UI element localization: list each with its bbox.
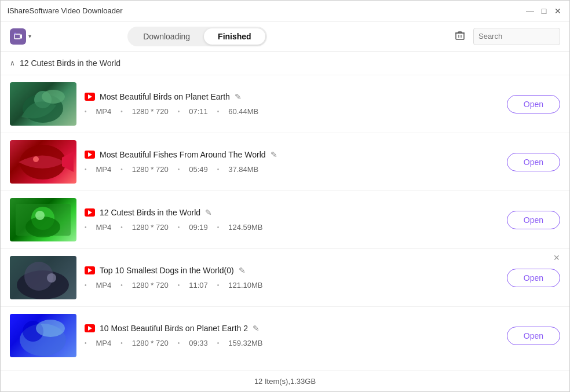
svg-rect-2 — [456, 33, 464, 39]
search-input[interactable] — [473, 28, 560, 45]
video-thumbnail — [10, 82, 76, 126]
footer: 12 Item(s),1.33GB — [1, 371, 569, 391]
video-size: 37.84MB — [228, 165, 258, 174]
video-duration: 09:19 — [189, 223, 208, 232]
bullet-4: • — [217, 282, 220, 288]
youtube-icon — [85, 208, 95, 217]
bullet-2: • — [120, 224, 123, 230]
bullet-3: • — [178, 340, 180, 346]
video-item: Most Beautiful Birds on Planet Earth ✎ •… — [1, 75, 569, 133]
open-button[interactable]: Open — [507, 95, 560, 113]
bullet-1: • — [85, 224, 87, 230]
bullet-2: • — [120, 282, 123, 288]
video-duration: 05:49 — [189, 165, 208, 174]
edit-icon[interactable]: ✎ — [205, 208, 212, 217]
video-title-row: Most Beautiful Fishes From Around The Wo… — [85, 150, 499, 159]
edit-icon[interactable]: ✎ — [239, 266, 246, 275]
video-thumbnail — [10, 314, 76, 357]
tab-finished[interactable]: Finished — [204, 28, 265, 45]
video-resolution: 1280 * 720 — [132, 107, 169, 116]
video-title: Most Beautiful Birds on Planet Earth — [100, 92, 230, 101]
close-item-button[interactable]: ✕ — [553, 254, 560, 262]
video-info: 10 Most Beautiful Birds on Planet Earth … — [85, 324, 499, 347]
collapse-icon[interactable]: ∧ — [10, 59, 15, 67]
open-button[interactable]: Open — [507, 327, 560, 345]
bullet-4: • — [217, 166, 220, 173]
bullet-3: • — [178, 108, 180, 115]
tab-downloading[interactable]: Downloading — [129, 28, 204, 45]
edit-icon[interactable]: ✎ — [253, 324, 260, 333]
svg-point-8 — [42, 90, 65, 104]
open-button[interactable]: Open — [507, 153, 560, 171]
group-header: ∧ 12 Cutest Birds in the World — [1, 52, 569, 75]
youtube-icon — [85, 93, 95, 101]
video-title-row: 10 Most Beautiful Birds on Planet Earth … — [85, 324, 499, 333]
video-thumbnail — [10, 256, 76, 299]
footer-summary: 12 Item(s),1.33GB — [254, 377, 316, 386]
bullet-2: • — [120, 108, 123, 115]
app-title: iShareSoftware Video Downloader — [8, 6, 123, 15]
video-title-row: Most Beautiful Birds on Planet Earth ✎ — [85, 92, 499, 101]
video-size: 60.44MB — [228, 107, 258, 116]
youtube-icon — [85, 324, 95, 332]
video-item: Most Beautiful Fishes From Around The Wo… — [1, 133, 569, 190]
bullet-4: • — [217, 108, 220, 115]
video-duration: 07:11 — [189, 107, 208, 116]
close-button[interactable]: ✕ — [553, 6, 562, 16]
bullet-1: • — [85, 282, 87, 288]
tab-group: Downloading Finished — [127, 27, 267, 46]
edit-icon[interactable]: ✎ — [271, 150, 277, 159]
bullet-1: • — [85, 340, 87, 346]
video-format: MP4 — [96, 339, 112, 347]
svg-rect-0 — [14, 34, 20, 39]
video-size: 159.32MB — [228, 339, 262, 347]
bullet-3: • — [178, 224, 180, 230]
video-resolution: 1280 * 720 — [132, 281, 169, 290]
app-logo-icon — [10, 28, 26, 45]
video-format: MP4 — [96, 107, 112, 116]
video-item: 10 Most Beautiful Birds on Planet Earth … — [1, 306, 569, 364]
svg-point-18 — [47, 273, 56, 283]
maximize-button[interactable]: □ — [539, 6, 549, 16]
video-info: Most Beautiful Fishes From Around The Wo… — [85, 150, 499, 174]
video-size: 124.59MB — [228, 223, 262, 232]
bullet-4: • — [217, 340, 220, 346]
bullet-1: • — [85, 166, 87, 173]
delete-button[interactable] — [452, 28, 467, 45]
video-meta: • MP4 • 1280 * 720 • 11:07 • 121.10MB — [85, 281, 499, 290]
video-title: 12 Cutest Birds in the World — [100, 208, 200, 217]
svg-point-1 — [14, 32, 16, 34]
youtube-icon — [85, 266, 95, 274]
logo-chevron-icon: ▾ — [28, 33, 31, 39]
video-item: Top 10 Smallest Dogs in the World(0) ✎ •… — [1, 248, 569, 306]
content-area: ∧ 12 Cutest Birds in the World Most Beau… — [1, 52, 569, 371]
edit-icon[interactable]: ✎ — [235, 92, 242, 101]
minimize-button[interactable]: — — [525, 6, 535, 16]
toolbar-actions — [452, 28, 560, 45]
video-size: 121.10MB — [228, 281, 262, 290]
video-title-row: 12 Cutest Birds in the World ✎ — [85, 208, 499, 217]
open-button[interactable]: Open — [507, 269, 560, 287]
svg-point-13 — [25, 217, 60, 237]
svg-point-10 — [33, 156, 39, 162]
video-list: Most Beautiful Birds on Planet Earth ✎ •… — [1, 75, 569, 364]
video-info: 12 Cutest Birds in the World ✎ • MP4 • 1… — [85, 208, 499, 232]
youtube-icon — [85, 151, 95, 159]
video-title: Most Beautiful Fishes From Around The Wo… — [100, 150, 266, 159]
video-thumbnail — [10, 140, 76, 184]
video-resolution: 1280 * 720 — [132, 223, 169, 232]
video-info: Top 10 Smallest Dogs in the World(0) ✎ •… — [85, 266, 499, 290]
bullet-3: • — [178, 166, 180, 173]
title-bar: iShareSoftware Video Downloader — □ ✕ — [1, 1, 569, 21]
open-button[interactable]: Open — [507, 211, 560, 229]
video-resolution: 1280 * 720 — [132, 165, 169, 174]
video-format: MP4 — [96, 165, 112, 174]
video-title: Top 10 Smallest Dogs in the World(0) — [100, 266, 234, 275]
video-meta: • MP4 • 1280 * 720 • 07:11 • 60.44MB — [85, 107, 499, 116]
logo-button[interactable]: ▾ — [10, 28, 31, 45]
video-duration: 11:07 — [189, 281, 208, 290]
video-format: MP4 — [96, 281, 112, 290]
video-meta: • MP4 • 1280 * 720 • 05:49 • 37.84MB — [85, 165, 499, 174]
bullet-2: • — [120, 166, 123, 173]
video-info: Most Beautiful Birds on Planet Earth ✎ •… — [85, 92, 499, 116]
